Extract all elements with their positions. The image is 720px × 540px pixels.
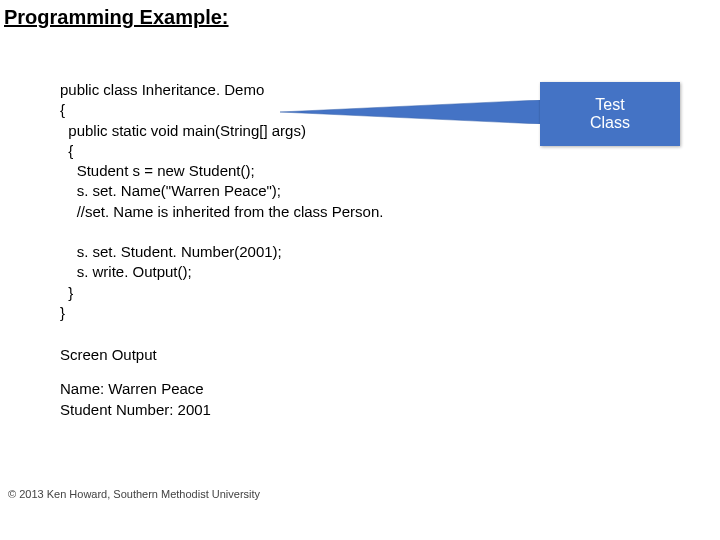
copyright-footer: © 2013 Ken Howard, Southern Methodist Un… <box>8 488 260 500</box>
code-line: } <box>60 304 65 321</box>
code-line: { <box>60 142 73 159</box>
code-line: s. set. Name("Warren Peace"); <box>60 182 281 199</box>
screen-output-line: Name: Warren Peace <box>60 379 211 399</box>
code-line: Student s = new Student(); <box>60 162 255 179</box>
callout-box: Test Class <box>540 82 680 146</box>
code-line: s. write. Output(); <box>60 263 192 280</box>
code-line: public class Inheritance. Demo <box>60 81 264 98</box>
page-title: Programming Example: <box>4 6 229 29</box>
screen-output-heading: Screen Output <box>60 345 211 365</box>
code-block: public class Inheritance. Demo { public … <box>60 80 383 323</box>
callout-line: Test <box>540 96 680 114</box>
code-line: public static void main(String[] args) <box>60 122 306 139</box>
spacer <box>60 365 211 379</box>
code-line: } <box>60 284 73 301</box>
callout-line: Class <box>540 114 680 132</box>
screen-output-block: Screen Output Name: Warren Peace Student… <box>60 345 211 420</box>
code-line: { <box>60 101 65 118</box>
code-line: s. set. Student. Number(2001); <box>60 243 282 260</box>
screen-output-line: Student Number: 2001 <box>60 400 211 420</box>
code-line: //set. Name is inherited from the class … <box>60 203 383 220</box>
